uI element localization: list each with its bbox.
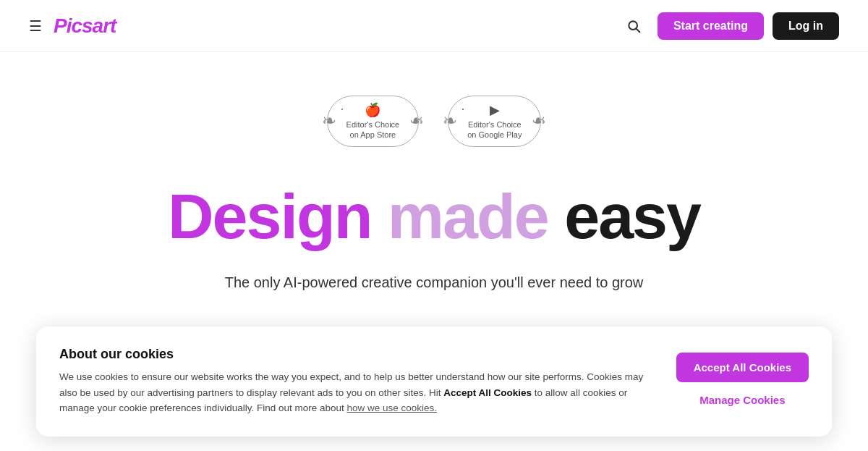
search-icon bbox=[626, 19, 641, 33]
app-store-badge: ❧ 🍎 Editor's Choice on App Store ❧ bbox=[327, 96, 420, 147]
laurel-right-icon: ❧ bbox=[409, 112, 424, 130]
laurel-left-icon: ❧ bbox=[322, 112, 336, 130]
svg-line-1 bbox=[637, 28, 640, 32]
award-badges: ❧ 🍎 Editor's Choice on App Store ❧ ❧ ▶ E… bbox=[14, 96, 854, 147]
nav-right: Start creating Log in bbox=[618, 11, 839, 41]
hero-word-made: made bbox=[388, 180, 548, 252]
navbar: ☰ Picsart Start creating Log in bbox=[0, 0, 868, 52]
picsart-logo[interactable]: Picsart bbox=[54, 14, 116, 38]
google-play-sublabel: on Google Play bbox=[467, 130, 522, 140]
hero-word-design: Design bbox=[168, 180, 371, 252]
laurel-left-icon-2: ❧ bbox=[443, 112, 457, 130]
hero-subtext: The only AI-powered creative companion y… bbox=[181, 271, 687, 293]
laurel-right-icon-2: ❧ bbox=[532, 112, 546, 130]
apple-icon: 🍎 bbox=[365, 102, 380, 118]
login-button[interactable]: Log in bbox=[773, 12, 839, 40]
hero-word-easy: easy bbox=[564, 180, 700, 252]
main-content: ❧ 🍎 Editor's Choice on App Store ❧ ❧ ▶ E… bbox=[0, 52, 868, 322]
search-button[interactable] bbox=[618, 11, 649, 41]
google-play-badge: ❧ ▶ Editor's Choice on Google Play ❧ bbox=[448, 96, 541, 147]
nav-left: ☰ Picsart bbox=[29, 14, 116, 38]
hamburger-menu[interactable]: ☰ bbox=[29, 17, 42, 35]
start-creating-button[interactable]: Start creating bbox=[658, 12, 764, 40]
google-play-label: Editor's Choice bbox=[468, 119, 522, 130]
app-store-label: Editor's Choice bbox=[346, 119, 400, 130]
google-play-icon: ▶ bbox=[490, 102, 500, 118]
app-store-sublabel: on App Store bbox=[350, 130, 396, 140]
hero-headline: Design made easy bbox=[14, 183, 854, 250]
